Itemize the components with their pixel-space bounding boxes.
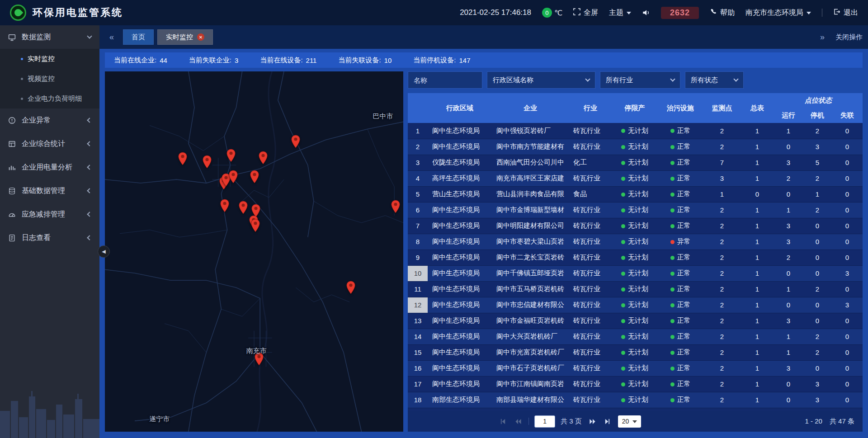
region-select[interactable]: 行政区域名称 xyxy=(487,71,595,89)
sidebar-group-base-data[interactable]: 基础数据管理 xyxy=(0,179,99,203)
status-dot xyxy=(670,398,675,402)
cell-stopped: 1 xyxy=(803,186,832,202)
speaker-icon[interactable] xyxy=(642,9,650,17)
cell-company: 阆中强锐页岩砖厂 xyxy=(492,123,569,139)
notice-count-badge[interactable]: 2632 xyxy=(661,7,699,19)
table-row[interactable]: 12 阆中生态环境局 阆中市忠信建材有限公 砖瓦行业 无计划 正常 2 1 0 … xyxy=(408,297,863,313)
cell-limit-status: 无计划 xyxy=(612,376,657,392)
tab-home[interactable]: 首页 xyxy=(123,29,154,45)
help-button[interactable]: 帮助 xyxy=(710,8,735,18)
chevron-down-icon xyxy=(627,12,631,14)
cell-stopped: 0 xyxy=(803,218,832,234)
table-row[interactable]: 5 营山生态环境局 营山县润丰肉食品有限 食品 无计划 正常 1 0 0 1 0 xyxy=(408,186,863,202)
table-row[interactable]: 11 阆中生态环境局 阆中市五马桥页岩机砖 砖瓦行业 无计划 正常 2 1 1 … xyxy=(408,281,863,297)
name-search-input[interactable] xyxy=(408,71,482,89)
cell-lost: 0 xyxy=(832,329,863,344)
row-index: 11 xyxy=(408,281,428,297)
table-row[interactable]: 15 阆中生态环境局 阆中市光富页岩机砖厂 砖瓦行业 无计划 正常 2 1 1 … xyxy=(408,344,863,360)
org-dropdown[interactable]: 南充市生态环境局 xyxy=(745,8,811,18)
row-index: 15 xyxy=(408,344,428,360)
sidebar-group-emergency-reduction[interactable]: 应急减排管理 xyxy=(0,203,99,226)
table-row[interactable]: 8 阆中生态环境局 阆中市枣碧大梁山页岩 砖瓦行业 无计划 异常 2 1 3 0… xyxy=(408,234,863,250)
next-page-button[interactable] xyxy=(587,416,597,426)
table-row[interactable]: 16 阆中生态环境局 阆中市石子页岩机砖厂 砖瓦行业 无计划 正常 2 1 3 … xyxy=(408,360,863,376)
cell-lost: 3 xyxy=(832,265,863,281)
table-panel: 行政区域名称 所有行业 所有状态 xyxy=(408,71,863,432)
map-pin-icon[interactable] xyxy=(226,149,236,162)
sidebar-group-company-statistics[interactable]: 企业综合统计 xyxy=(0,132,99,155)
industry-select[interactable]: 所有行业 xyxy=(600,71,680,89)
cell-monitor: 3 xyxy=(703,170,741,186)
cell-region: 阆中生态环境局 xyxy=(428,123,492,139)
logout-button[interactable]: 退出 xyxy=(833,8,858,18)
map-pin-icon[interactable] xyxy=(178,152,188,165)
table-row[interactable]: 13 阆中生态环境局 阆中市金福旺页岩机砖 砖瓦行业 无计划 正常 2 1 3 … xyxy=(408,313,863,329)
cell-meter: 1 xyxy=(741,250,774,265)
sidebar-item-power-load-detail[interactable]: 企业电力负荷明细 xyxy=(0,89,99,108)
table-row[interactable]: 9 阆中生态环境局 阆中市二龙长宝页岩砖 砖瓦行业 无计划 正常 2 1 2 0… xyxy=(408,250,863,265)
table-row[interactable]: 10 阆中生态环境局 阆中千佛镇五郎垭页岩 砖瓦行业 无计划 正常 2 1 0 … xyxy=(408,265,863,281)
cell-running: 0 xyxy=(774,392,803,408)
cell-limit-status: 无计划 xyxy=(612,265,657,281)
sidebar-group-power-analysis[interactable]: 企业用电量分析 xyxy=(0,155,99,179)
status-dot xyxy=(670,319,675,323)
sidebar-group-log-view[interactable]: 日志查看 xyxy=(0,226,99,250)
scroll-tabs-left-button[interactable]: « xyxy=(105,30,118,44)
log-icon xyxy=(8,234,16,242)
collapse-map-button[interactable]: ◀ xyxy=(98,245,110,258)
cell-running: 1 xyxy=(774,329,803,344)
status-dot xyxy=(670,256,675,260)
map-pin-icon[interactable] xyxy=(228,170,238,184)
map-pin-icon[interactable] xyxy=(258,151,268,165)
cell-region: 阆中生态环境局 xyxy=(428,329,492,344)
range-label: 1 - 20 xyxy=(805,417,822,426)
map-pin-icon[interactable] xyxy=(346,281,356,294)
table-row[interactable]: 1 阆中生态环境局 阆中强锐页岩砖厂 砖瓦行业 无计划 正常 2 1 1 2 0 xyxy=(408,123,863,139)
map-pin-icon[interactable] xyxy=(291,135,301,148)
map[interactable]: 巴中市南充市遂宁市 xyxy=(105,71,403,432)
table-row[interactable]: 17 阆中生态环境局 阆中市江南镇阆南页岩 砖瓦行业 无计划 正常 2 1 0 … xyxy=(408,376,863,392)
map-pin-icon[interactable] xyxy=(250,170,259,184)
table-row[interactable]: 3 仪陇生态环境局 西南油气田分公司川中 化工 无计划 正常 7 1 3 5 0 xyxy=(408,155,863,170)
cell-meter: 1 xyxy=(741,329,774,344)
chart-icon xyxy=(8,163,16,171)
table-row[interactable]: 14 阆中生态环境局 阆中大兴页岩机砖厂 砖瓦行业 无计划 正常 2 1 1 2… xyxy=(408,329,863,344)
chevron-left-icon xyxy=(87,141,92,146)
sidebar-item-video-monitor[interactable]: 视频监控 xyxy=(0,69,99,89)
table-row[interactable]: 7 阆中生态环境局 阆中明阳建材有限公司 砖瓦行业 无计划 正常 2 1 3 0… xyxy=(408,218,863,234)
table-row[interactable]: 18 南部生态环境局 南部县瑞华建材有限公 砖瓦行业 无计划 正常 2 1 0 … xyxy=(408,392,863,408)
cell-lost: 0 xyxy=(832,170,863,186)
cell-region: 阆中生态环境局 xyxy=(428,281,492,297)
status-select[interactable]: 所有状态 xyxy=(685,71,744,89)
page-size-select[interactable]: 20 xyxy=(618,415,642,428)
sidebar-item-realtime-monitor[interactable]: 实时监控 xyxy=(0,49,99,69)
table-row[interactable]: 2 阆中生态环境局 阆中市南方节能建材有 砖瓦行业 无计划 正常 2 1 0 3… xyxy=(408,139,863,155)
cell-lost: 0 xyxy=(832,186,863,202)
map-pin-icon[interactable] xyxy=(250,219,260,232)
map-pin-icon[interactable] xyxy=(238,201,248,214)
tab-realtime-monitor[interactable]: 实时监控✕ xyxy=(157,29,213,45)
fullscreen-button[interactable]: 全屏 xyxy=(573,8,598,18)
theme-dropdown[interactable]: 主题 xyxy=(609,8,631,18)
cell-meter: 1 xyxy=(741,139,774,155)
scroll-tabs-right-button[interactable]: » xyxy=(816,30,829,44)
map-pin-icon[interactable] xyxy=(202,155,212,169)
cell-running: 3 xyxy=(774,234,803,250)
map-pin-icon[interactable] xyxy=(391,200,401,213)
table-row[interactable]: 6 阆中生态环境局 阆中市金博瑞新型墙材 砖瓦行业 无计划 正常 2 1 1 2… xyxy=(408,202,863,218)
cell-region: 阆中生态环境局 xyxy=(428,360,492,376)
row-index: 18 xyxy=(408,392,428,408)
cell-monitor: 2 xyxy=(703,139,741,155)
status-dot xyxy=(670,145,675,149)
sidebar-group-company-abnormal[interactable]: 企业异常 xyxy=(0,108,99,132)
page-number-input[interactable] xyxy=(534,415,555,428)
last-page-button[interactable] xyxy=(603,416,613,426)
prev-page-button[interactable] xyxy=(513,416,523,426)
cell-region: 南部生态环境局 xyxy=(428,392,492,408)
sidebar-group-data-monitor[interactable]: 数据监测 xyxy=(0,25,99,49)
first-page-button[interactable] xyxy=(498,416,508,426)
close-tab-icon[interactable]: ✕ xyxy=(197,33,204,41)
close-operations-button[interactable]: 关闭操作 xyxy=(835,33,863,42)
table-row[interactable]: 4 高坪生态环境局 南充市高坪区王家店建 砖瓦行业 无计划 正常 3 1 2 2… xyxy=(408,170,863,186)
map-pin-icon[interactable] xyxy=(220,199,230,212)
